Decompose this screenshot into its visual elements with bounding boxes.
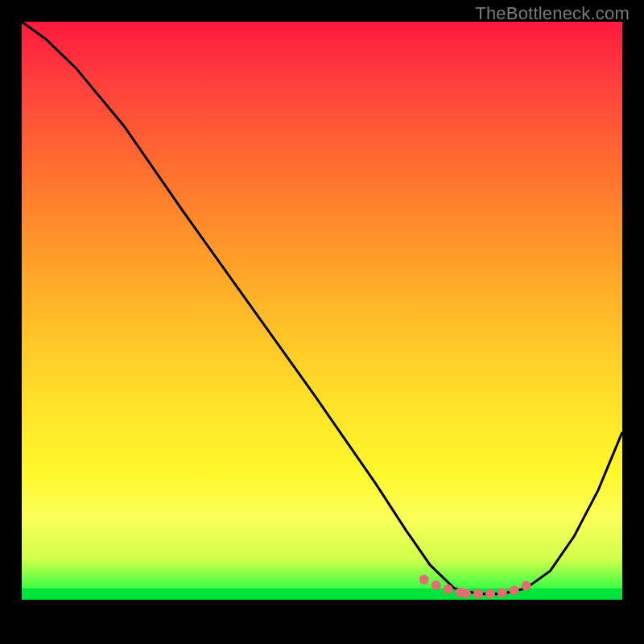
range-marker — [522, 581, 531, 591]
range-marker — [473, 589, 483, 599]
range-marker — [497, 588, 507, 597]
range-marker — [444, 584, 453, 594]
chart-frame: TheBottleneck.com — [0, 0, 644, 644]
bottleneck-curve — [22, 22, 622, 594]
range-marker — [461, 588, 471, 598]
range-marker — [510, 586, 519, 596]
range-marker — [431, 580, 441, 590]
range-marker — [419, 575, 429, 584]
selected-range-markers — [419, 575, 531, 599]
curve-overlay — [22, 22, 622, 600]
range-marker — [485, 589, 495, 599]
